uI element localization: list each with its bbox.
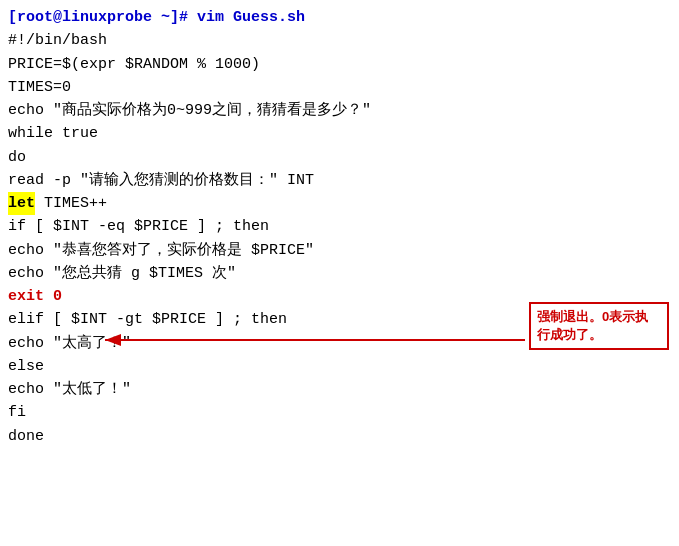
code-line: let TIMES++ bbox=[8, 192, 671, 215]
code-line: while true bbox=[8, 122, 671, 145]
code-line: echo "您总共猜 g $TIMES 次" bbox=[8, 262, 671, 285]
code-line: #!/bin/bash bbox=[8, 29, 671, 52]
code-text: echo "您总共猜 g $TIMES 次" bbox=[8, 262, 236, 285]
code-line: echo "恭喜您答对了，实际价格是 $PRICE" bbox=[8, 239, 671, 262]
code-line: fi bbox=[8, 401, 671, 424]
annotation-text: 强制退出。0表示执行成功了。 bbox=[537, 309, 648, 342]
code-line: PRICE=$(expr $RANDOM % 1000) bbox=[8, 53, 671, 76]
code-text: else bbox=[8, 355, 44, 378]
code-line: echo "太低了！" bbox=[8, 378, 671, 401]
code-text: echo "恭喜您答对了，实际价格是 $PRICE" bbox=[8, 239, 314, 262]
code-line: done bbox=[8, 425, 671, 448]
code-text: if [ $INT -eq $PRICE ] ; then bbox=[8, 215, 269, 238]
code-text: read -p "请输入您猜测的价格数目：" INT bbox=[8, 169, 314, 192]
code-text: echo "太高了！" bbox=[8, 332, 131, 355]
code-text: exit 0 bbox=[8, 285, 62, 308]
code-block: [root@linuxprobe ~]# vim Guess.sh#!/bin/… bbox=[0, 0, 679, 454]
code-text: let bbox=[8, 192, 35, 215]
code-text: PRICE=$(expr $RANDOM % 1000) bbox=[8, 53, 260, 76]
code-text: fi bbox=[8, 401, 26, 424]
code-text: done bbox=[8, 425, 44, 448]
code-line: echo "商品实际价格为0~999之间，猜猜看是多少？" bbox=[8, 99, 671, 122]
code-line: [root@linuxprobe ~]# vim Guess.sh bbox=[8, 6, 671, 29]
code-line: else bbox=[8, 355, 671, 378]
code-text: #!/bin/bash bbox=[8, 29, 107, 52]
code-line: do bbox=[8, 146, 671, 169]
code-line: TIMES=0 bbox=[8, 76, 671, 99]
annotation-box: 强制退出。0表示执行成功了。 bbox=[529, 302, 669, 350]
code-line: if [ $INT -eq $PRICE ] ; then bbox=[8, 215, 671, 238]
code-text: echo "太低了！" bbox=[8, 378, 131, 401]
code-text: elif [ $INT -gt $PRICE ] ; then bbox=[8, 308, 287, 331]
code-text: do bbox=[8, 146, 26, 169]
code-line: read -p "请输入您猜测的价格数目：" INT bbox=[8, 169, 671, 192]
code-text: echo "商品实际价格为0~999之间，猜猜看是多少？" bbox=[8, 99, 371, 122]
code-text: TIMES=0 bbox=[8, 76, 71, 99]
code-text: while true bbox=[8, 122, 98, 145]
code-text: TIMES++ bbox=[35, 192, 107, 215]
code-text: [root@linuxprobe ~]# vim Guess.sh bbox=[8, 6, 305, 29]
